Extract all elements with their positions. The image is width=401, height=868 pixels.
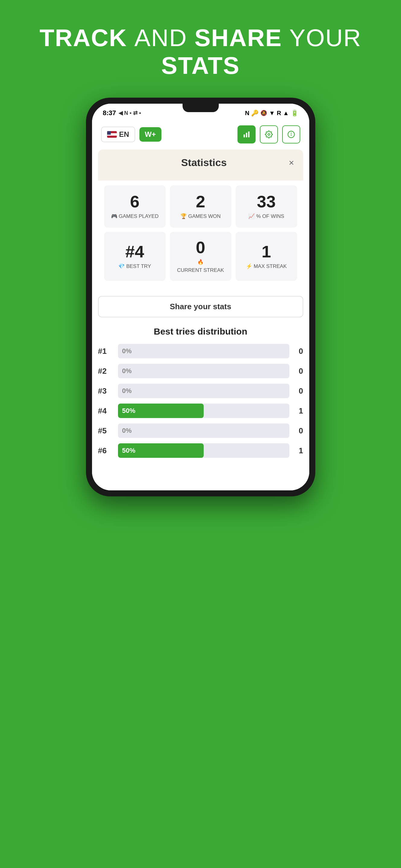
- info-icon-button[interactable]: [282, 125, 300, 144]
- dist-count-2: 0: [294, 367, 303, 376]
- distribution-title: Best tries distribution: [98, 327, 303, 337]
- dist-count-6: 1: [294, 446, 303, 456]
- header-track: TRACK: [39, 24, 127, 51]
- current-streak-number: 0: [196, 239, 205, 256]
- dist-count-1: 0: [294, 347, 303, 356]
- dist-rank-1: #1: [98, 347, 113, 356]
- dist-rank-5: #5: [98, 426, 113, 435]
- stat-card-max-streak: 1 ⚡ MAX STREAK: [236, 232, 297, 281]
- app-bar-right: [237, 125, 300, 144]
- dist-bar-container-5: 0%: [118, 424, 289, 438]
- stats-grid-wrapper: 6 🎮 GAMES PLAYED 2 🏆 GAMES WON 33: [92, 181, 309, 290]
- max-streak-label: ⚡ MAX STREAK: [246, 263, 287, 270]
- distribution-section: Best tries distribution #10%0#20%0#30%0#…: [92, 323, 309, 472]
- bottom-space: [92, 472, 309, 490]
- dist-bar-fill-2: 0%: [118, 364, 289, 378]
- status-n-icon: N: [245, 110, 249, 117]
- app-bar: EN W+: [92, 119, 309, 150]
- gear-icon: [265, 130, 273, 138]
- dist-count-4: 1: [294, 406, 303, 415]
- distribution-row-4: #450%1: [98, 404, 303, 418]
- distribution-row-6: #650%1: [98, 443, 303, 458]
- current-streak-label: 🔥 CURRENT STREAK: [175, 259, 227, 274]
- dist-rank-2: #2: [98, 367, 113, 376]
- distribution-row-2: #20%0: [98, 364, 303, 378]
- dist-count-5: 0: [294, 426, 303, 435]
- win-pct-number: 33: [257, 193, 276, 210]
- diamond-icon: 💎: [118, 263, 124, 270]
- dist-count-3: 0: [294, 386, 303, 396]
- distribution-rows: #10%0#20%0#30%0#450%1#50%0#650%1: [98, 344, 303, 458]
- stat-card-games-played: 6 🎮 GAMES PLAYED: [104, 185, 166, 227]
- stat-card-games-won: 2 🏆 GAMES WON: [170, 185, 231, 227]
- chart-icon: 📈: [248, 213, 255, 220]
- stat-card-best-try: #4 💎 BEST TRY: [104, 232, 166, 281]
- dist-bar-fill-3: 0%: [118, 384, 289, 398]
- games-played-number: 6: [130, 193, 139, 210]
- share-section: Share your stats: [92, 290, 309, 323]
- trophy-icon: 🏆: [180, 213, 187, 220]
- language-label: EN: [119, 130, 129, 138]
- win-pct-label: 📈 % OF WINS: [248, 213, 284, 220]
- max-streak-number: 1: [262, 243, 271, 260]
- info-icon: [287, 130, 295, 138]
- dist-rank-4: #4: [98, 406, 113, 415]
- svg-rect-2: [248, 131, 249, 137]
- language-button[interactable]: EN: [101, 127, 135, 142]
- status-signal-icon: ▲: [283, 110, 289, 117]
- dist-bar-fill-4: 50%: [118, 404, 204, 418]
- dist-bar-fill-1: 0%: [118, 344, 289, 358]
- games-played-icon: 🎮: [111, 213, 117, 220]
- games-won-number: 2: [196, 193, 205, 210]
- fire-icon: 🔥: [197, 259, 204, 266]
- stat-card-current-streak: 0 🔥 CURRENT STREAK: [170, 232, 231, 281]
- app-bar-left: EN W+: [101, 127, 162, 142]
- status-key-icon: 🔑: [251, 110, 259, 117]
- svg-point-3: [268, 133, 270, 135]
- status-left: 8:37 ◀ N ▪ ⇄ •: [103, 109, 141, 117]
- phone-notch: [182, 104, 219, 112]
- page-header: TRACK AND SHARE YOUR STATS: [27, 0, 374, 92]
- dist-bar-container-4: 50%: [118, 404, 289, 418]
- dist-bar-container-2: 0%: [118, 364, 289, 378]
- share-stats-button[interactable]: Share your stats: [98, 296, 303, 317]
- header-and: AND: [134, 24, 194, 51]
- status-wifi-icon: ▼: [269, 110, 275, 117]
- dist-rank-3: #3: [98, 386, 113, 396]
- header-share: SHARE: [194, 24, 282, 51]
- stats-header: Statistics ×: [98, 150, 303, 175]
- phone-frame: 8:37 ◀ N ▪ ⇄ • N 🔑 🔕 ▼ R ▲ 🔋 EN W+: [86, 98, 315, 496]
- w-plus-button[interactable]: W+: [139, 127, 162, 142]
- phone-screen: 8:37 ◀ N ▪ ⇄ • N 🔑 🔕 ▼ R ▲ 🔋 EN W+: [92, 104, 309, 490]
- status-left-icons: ◀ N ▪ ⇄ •: [119, 110, 141, 116]
- distribution-row-5: #50%0: [98, 424, 303, 438]
- dist-bar-fill-6: 50%: [118, 443, 204, 458]
- distribution-row-1: #10%0: [98, 344, 303, 358]
- dist-rank-6: #6: [98, 446, 113, 456]
- dist-bar-container-6: 50%: [118, 443, 289, 458]
- games-won-label: 🏆 GAMES WON: [180, 213, 221, 220]
- lightning-icon: ⚡: [246, 263, 252, 270]
- us-flag-icon: [107, 131, 117, 138]
- close-button[interactable]: ×: [289, 158, 294, 168]
- status-right: N 🔑 🔕 ▼ R ▲ 🔋: [245, 110, 298, 117]
- best-try-label: 💎 BEST TRY: [118, 263, 151, 270]
- header-stats: STATS: [161, 52, 239, 79]
- chart-icon-button[interactable]: [237, 125, 256, 144]
- settings-icon-button[interactable]: [260, 125, 278, 144]
- svg-rect-0: [244, 134, 245, 137]
- bar-chart-icon: [242, 130, 251, 138]
- statistics-panel: Statistics ×: [98, 150, 303, 181]
- status-r-label: R: [277, 110, 281, 117]
- distribution-row-3: #30%0: [98, 384, 303, 398]
- best-try-number: #4: [125, 243, 144, 260]
- dist-bar-fill-5: 0%: [118, 424, 289, 438]
- dist-bar-container-3: 0%: [118, 384, 289, 398]
- svg-rect-1: [246, 133, 247, 137]
- dist-bar-container-1: 0%: [118, 344, 289, 358]
- stats-grid: 6 🎮 GAMES PLAYED 2 🏆 GAMES WON 33: [98, 185, 303, 285]
- header-your: YOUR: [289, 24, 362, 51]
- status-bell-icon: 🔕: [260, 110, 267, 116]
- games-played-label: 🎮 GAMES PLAYED: [111, 213, 159, 220]
- status-time: 8:37: [103, 109, 116, 117]
